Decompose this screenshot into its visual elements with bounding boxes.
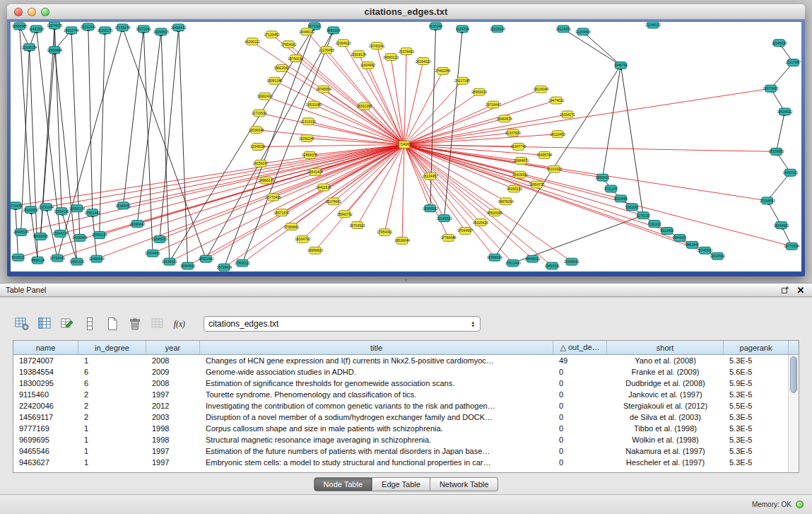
graph-node[interactable]: 18110453 — [550, 131, 565, 138]
graph-node[interactable]: 20345091 — [564, 258, 579, 265]
graph-node[interactable]: 11720534 — [252, 110, 267, 117]
scrollbar-thumb[interactable] — [790, 356, 797, 393]
graph-node[interactable]: 25378453 — [399, 48, 414, 55]
tab-network-table[interactable]: Network Table — [430, 477, 499, 491]
graph-node[interactable]: 24560122 — [383, 54, 399, 61]
graph-node[interactable]: 24411530 — [316, 184, 331, 191]
graph-node[interactable]: 19536044 — [394, 237, 410, 244]
graph-node[interactable]: 8944022 — [673, 234, 686, 241]
table-settings-icon[interactable] — [13, 315, 31, 333]
graph-node[interactable]: 1946794 — [614, 62, 628, 69]
graph-node[interactable]: 10745522 — [697, 247, 712, 254]
graph-node[interactable]: 19770554 — [784, 243, 799, 250]
graph-node[interactable]: 26703923 — [350, 222, 365, 229]
graph-node[interactable]: 18164792 — [295, 235, 310, 243]
graph-node[interactable]: 13304491 — [145, 250, 160, 257]
graph-node[interactable]: 17135278 — [114, 24, 130, 31]
graph-node[interactable]: 22094022 — [336, 40, 351, 47]
graph-node[interactable]: 20531085 — [306, 101, 322, 108]
graph-node[interactable]: 19474022 — [548, 97, 564, 104]
window-titlebar[interactable]: citations_edges.txt — [7, 4, 805, 20]
column-header-short[interactable]: short — [607, 341, 724, 354]
tab-edge-table[interactable]: Edge Table — [372, 477, 430, 491]
graph-node[interactable]: 11924502 — [710, 252, 725, 259]
graph-node[interactable]: 17954301 — [377, 229, 392, 236]
graph-node[interactable]: 26194022 — [416, 58, 431, 65]
graph-node[interactable]: 35603395 — [487, 209, 502, 216]
graph-node[interactable]: 11548938 — [772, 40, 787, 47]
close-window-button[interactable] — [14, 8, 23, 16]
graph-node[interactable]: 12504190 — [54, 208, 69, 215]
table-row[interactable]: 911546021997Tourette syndrome. Phenomeno… — [13, 389, 799, 400]
graph-node[interactable]: 16155275 — [98, 27, 113, 34]
graph-node[interactable]: 15901442 — [198, 255, 213, 262]
table-source-select[interactable]: citations_edges.txt ▴▾ — [204, 316, 481, 332]
column-header-name[interactable]: name — [13, 341, 78, 354]
table-row[interactable]: 946362711997Embryonic stem cells: a mode… — [13, 457, 799, 468]
graph-node[interactable]: 31947740 — [511, 144, 526, 151]
graph-node[interactable]: 12874025 — [47, 22, 62, 29]
table-row[interactable]: 1456911722003Disruption of a novel membe… — [13, 411, 799, 423]
graph-node[interactable]: 22918134 — [351, 51, 367, 58]
graph-node[interactable]: 1724065 — [397, 141, 411, 148]
graph-node[interactable]: 11600884 — [47, 47, 62, 54]
graph-node[interactable]: 11431505 — [29, 25, 45, 33]
graph-node[interactable]: 20424472 — [171, 24, 187, 31]
graph-node[interactable]: 16988034 — [487, 254, 502, 261]
graph-node[interactable]: 13044134 — [52, 230, 68, 237]
graph-node[interactable]: 16092134 — [69, 205, 85, 212]
graph-node[interactable]: 25160650 — [23, 206, 39, 214]
close-panel-icon[interactable]: ✕ — [795, 285, 806, 295]
graph-node[interactable]: 18649021 — [524, 255, 540, 262]
graph-node[interactable]: 28969316 — [471, 88, 487, 95]
graph-node[interactable]: 37760688 — [441, 234, 457, 241]
graph-node[interactable]: 16164271 — [560, 111, 575, 118]
column-header-pagerank[interactable]: pagerank — [724, 341, 789, 354]
graph-node[interactable]: 17204553 — [760, 197, 775, 204]
graph-node[interactable]: 16571530 — [274, 209, 290, 216]
graph-node[interactable]: 21313116 — [300, 118, 316, 125]
delete-icon[interactable] — [126, 315, 144, 333]
graph-node[interactable]: 9124704 — [456, 25, 469, 33]
graph-node[interactable]: 22845033 — [152, 235, 167, 243]
panel-resize-handle[interactable]: ⌄ — [0, 276, 812, 283]
graph-node[interactable]: 19745954 — [316, 86, 331, 93]
graph-node[interactable]: 15495784 — [536, 151, 552, 158]
graph-node[interactable]: 25160651 — [115, 202, 131, 209]
graph-node[interactable]: 14199021 — [162, 258, 177, 265]
graph-node[interactable]: 9890134 — [31, 257, 45, 264]
graph-node[interactable]: 11692095 — [33, 233, 49, 240]
graph-node[interactable]: 21990442 — [129, 221, 145, 228]
graph-node[interactable]: 3721247 — [604, 185, 618, 192]
graph-node[interactable]: 12217987 — [785, 59, 801, 66]
graph-node[interactable]: 17369661 — [283, 223, 299, 230]
graph-node[interactable]: 19058815 — [153, 28, 169, 35]
zoom-window-button[interactable] — [41, 8, 49, 16]
graph-node[interactable]: 16799034 — [216, 264, 232, 271]
graph-node[interactable]: 25942792 — [337, 211, 353, 218]
table-row[interactable]: 2242004622012Investigating the contribut… — [13, 400, 799, 411]
graph-node[interactable]: 32684871 — [514, 157, 529, 164]
graph-node[interactable]: 22092247 — [299, 135, 314, 142]
graph-node[interactable]: 11601231 — [69, 258, 85, 265]
graph-node[interactable]: 10790441 — [49, 255, 65, 262]
graph-node[interactable]: 33419002 — [512, 171, 528, 178]
graph-node[interactable]: 23641409 — [307, 168, 323, 175]
graph-node[interactable]: 2869401 — [596, 174, 609, 181]
graph-node[interactable]: 18790134 — [288, 55, 303, 62]
tab-node-table[interactable]: Node Table — [314, 477, 372, 491]
graph-node[interactable]: 17954022 — [281, 41, 296, 48]
graph-node[interactable]: 14512744 — [64, 27, 79, 34]
graph-node[interactable]: 29718447 — [486, 101, 501, 108]
import-table-icon[interactable] — [148, 315, 167, 333]
graph-node[interactable]: 18344902 — [774, 222, 789, 229]
column-header-in_degree[interactable]: in_degree — [78, 341, 146, 354]
graph-node[interactable]: 36325426 — [473, 219, 488, 226]
graph-node[interactable]: 19622041 — [274, 64, 290, 71]
graph-node[interactable]: 13349116 — [250, 144, 266, 151]
graph-node[interactable]: 11254404 — [575, 28, 591, 35]
graph-node[interactable]: 19345502 — [423, 205, 438, 212]
graph-node[interactable]: 12536045 — [249, 127, 264, 134]
graph-node[interactable]: 34878264 — [498, 198, 514, 205]
graph-node[interactable]: 17812440 — [505, 259, 521, 267]
